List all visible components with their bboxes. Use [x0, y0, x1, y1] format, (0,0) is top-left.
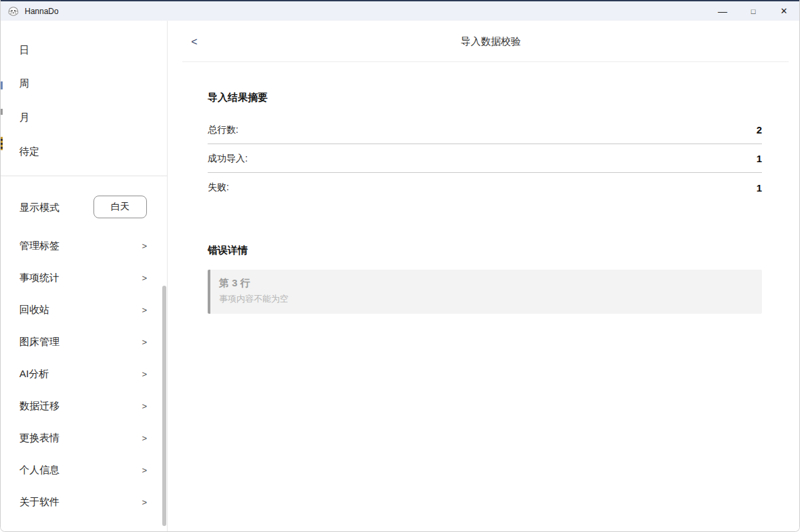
sidebar-item-data-migration[interactable]: 数据迁移 > — [1, 390, 167, 422]
error-card: 第 3 行 事项内容不能为空 — [208, 270, 762, 314]
menu-item-label: 关于软件 — [19, 496, 59, 509]
sidebar-divider — [1, 176, 167, 176]
sidebar-item-label: 日 — [19, 44, 29, 57]
chevron-right-icon: > — [142, 401, 147, 411]
display-mode-toggle-button[interactable]: 白天 — [93, 196, 147, 218]
sidebar: 日 周 月 待定 显示模式 白天 管理标签 > 事项统计 > — [1, 21, 168, 531]
window-top-accent — [1, 0, 799, 1]
minimize-button[interactable]: — — [707, 1, 738, 21]
app-icon — [7, 5, 19, 17]
sidebar-item-label: 月 — [19, 111, 29, 124]
sidebar-item-recycle-bin[interactable]: 回收站 > — [1, 294, 167, 326]
sidebar-item-personal-info[interactable]: 个人信息 > — [1, 454, 167, 486]
window-content: 日 周 月 待定 显示模式 白天 管理标签 > 事项统计 > — [1, 21, 799, 531]
sidebar-item-about[interactable]: 关于软件 > — [1, 486, 167, 518]
close-icon: ✕ — [781, 6, 788, 16]
menu-item-label: AI分析 — [19, 368, 49, 380]
summary-row-success: 成功导入: 1 — [208, 145, 762, 173]
chevron-right-icon: > — [142, 433, 147, 443]
summary-row-label: 总行数: — [208, 124, 238, 136]
chevron-right-icon: > — [142, 305, 147, 315]
app-title: HannaDo — [25, 7, 59, 16]
sidebar-item-week[interactable]: 周 — [1, 70, 167, 97]
sidebar-item-label: 周 — [19, 77, 29, 90]
chevron-right-icon: > — [142, 241, 147, 251]
page-title: 导入数据校验 — [182, 35, 799, 48]
menu-item-label: 回收站 — [19, 304, 49, 316]
chevron-right-icon: > — [142, 465, 147, 475]
menu-item-label: 图床管理 — [19, 336, 59, 348]
sidebar-item-month[interactable]: 月 — [1, 104, 167, 131]
menu-item-label: 个人信息 — [19, 464, 59, 477]
summary-section-heading: 导入结果摘要 — [208, 91, 268, 104]
sidebar-item-day[interactable]: 日 — [1, 37, 167, 63]
summary-row-total: 总行数: 2 — [208, 116, 762, 144]
titlebar: HannaDo — □ ✕ — [1, 1, 799, 21]
display-mode-row: 显示模式 白天 — [1, 196, 167, 220]
summary-row-value: 1 — [757, 182, 762, 194]
page-header: < 导入数据校验 — [168, 21, 799, 61]
summary-row-failed: 失败: 1 — [208, 174, 762, 202]
close-button[interactable]: ✕ — [769, 1, 799, 21]
sidebar-item-manage-tags[interactable]: 管理标签 > — [1, 230, 167, 262]
chevron-right-icon: > — [142, 273, 147, 283]
chevron-right-icon: > — [142, 337, 147, 347]
error-row-message: 事项内容不能为空 — [219, 293, 751, 305]
sidebar-item-pending[interactable]: 待定 — [1, 138, 167, 165]
maximize-button[interactable]: □ — [738, 1, 769, 21]
errors-section-heading: 错误详情 — [208, 244, 248, 257]
sidebar-item-image-hosting[interactable]: 图床管理 > — [1, 326, 167, 358]
summary-row-label: 失败: — [208, 182, 229, 194]
sidebar-item-ai-analysis[interactable]: AI分析 > — [1, 358, 167, 390]
header-divider — [182, 61, 789, 62]
sidebar-item-label: 待定 — [19, 146, 39, 158]
display-mode-label: 显示模式 — [19, 202, 59, 214]
menu-item-label: 更换表情 — [19, 432, 59, 445]
sidebar-item-change-emoji[interactable]: 更换表情 > — [1, 422, 167, 454]
minimize-icon: — — [718, 6, 727, 17]
summary-row-label: 成功导入: — [208, 153, 248, 165]
error-row-title: 第 3 行 — [219, 277, 751, 290]
maximize-icon: □ — [751, 7, 756, 15]
app-window: HannaDo — □ ✕ 日 周 月 — [0, 0, 800, 532]
menu-item-label: 事项统计 — [19, 272, 59, 284]
chevron-right-icon: > — [142, 369, 147, 379]
chevron-right-icon: > — [142, 497, 147, 507]
main-panel: < 导入数据校验 导入结果摘要 总行数: 2 成功导入: 1 失败: 1 错误详… — [168, 21, 799, 531]
summary-row-value: 2 — [757, 124, 762, 136]
summary-row-value: 1 — [757, 153, 762, 164]
sidebar-scrollbar-thumb[interactable] — [162, 286, 166, 526]
sidebar-item-statistics[interactable]: 事项统计 > — [1, 262, 167, 294]
menu-item-label: 数据迁移 — [19, 400, 59, 413]
window-controls: — □ ✕ — [707, 1, 799, 21]
menu-item-label: 管理标签 — [19, 240, 59, 252]
